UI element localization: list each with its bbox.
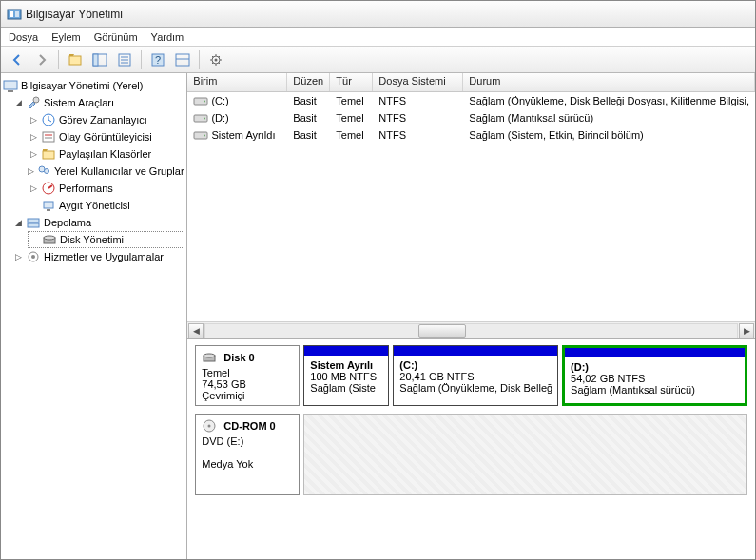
tree-event-viewer[interactable]: ▷Olay Görüntüleyicisi [28,128,184,145]
scroll-right-button[interactable]: ▶ [739,323,754,338]
menu-help[interactable]: Yardım [151,31,184,43]
users-icon [36,164,51,179]
tree-storage-label: Depolama [44,217,91,228]
svg-rect-30 [28,219,39,222]
partition-system-reserved[interactable]: Sistem Ayrılı 100 MB NTFS Sağlam (Siste [303,345,389,406]
view-button[interactable] [172,49,193,70]
partition-size: 100 MB NTFS [310,371,377,382]
expand-icon[interactable]: ▷ [28,131,39,143]
collapse-icon[interactable]: ◢ [12,97,24,108]
expand-icon[interactable]: ▷ [28,183,39,194]
disk-label: Disk 0 [223,352,254,363]
menu-bar: Dosya Eylem Görünüm Yardım [1,28,755,47]
volume-layout: Basit [287,129,330,141]
partition-status: Sağlam (Siste [310,382,375,394]
app-icon [7,7,22,22]
volume-list[interactable]: Birim Düzen Tür Dosya Sistemi Durum (C:)… [187,73,755,339]
partition-header [565,348,745,357]
tree-event-viewer-label: Olay Görüntüleyicisi [59,131,152,143]
expand-icon[interactable]: ▷ [12,251,24,262]
partition-c[interactable]: (C:) 20,41 GB NTFS Sağlam (Önyükleme, Di… [393,345,558,406]
svg-rect-17 [8,90,13,92]
volume-row[interactable]: Sistem Ayrıldı Basit Temel NTFS Sağlam (… [187,126,755,144]
expand-icon[interactable]: ▷ [28,148,39,160]
svg-rect-2 [15,11,19,17]
device-icon [41,198,56,213]
empty-media [303,414,747,495]
tree-disk-management[interactable]: ▷Disk Yönetimi [28,231,184,248]
drive-icon [193,112,208,124]
disk-info[interactable]: CD-ROM 0 DVD (E:) Medya Yok [195,414,300,495]
collapse-icon[interactable]: ◢ [12,217,24,228]
volume-status: Sağlam (Sistem, Etkin, Birincil bölüm) [463,129,755,141]
svg-point-45 [208,425,211,428]
tree-root-label: Bilgisayar Yönetimi (Yerel) [21,80,143,91]
tree-services[interactable]: ▷ Hizmetler ve Uygulamalar [12,248,184,265]
volume-list-header: Birim Düzen Tür Dosya Sistemi Durum [187,73,755,92]
svg-point-41 [204,135,205,137]
disk-status: Medya Yok [202,458,293,470]
tree-device-manager[interactable]: ▷Aygıt Yöneticisi [28,197,184,214]
tree-performance[interactable]: ▷Performans [28,180,184,197]
volume-list-body: (C:) Basit Temel NTFS Sağlam (Önyükleme,… [187,92,755,321]
col-type[interactable]: Tür [330,73,373,91]
up-button[interactable] [65,49,86,70]
main-area: Bilgisayar Yönetimi (Yerel) ◢ Sistem Ara… [1,73,755,560]
scroll-track[interactable] [204,323,738,338]
svg-rect-5 [93,54,98,66]
col-fs[interactable]: Dosya Sistemi [373,73,463,91]
menu-view[interactable]: Görünüm [94,31,138,43]
svg-point-37 [204,101,205,103]
help-button[interactable]: ? [147,49,168,70]
col-status[interactable]: Durum [463,73,755,91]
navigation-tree[interactable]: Bilgisayar Yönetimi (Yerel) ◢ Sistem Ara… [1,73,187,560]
volume-type: Temel [330,112,373,124]
scroll-left-button[interactable]: ◀ [188,323,204,338]
tree-system-tools[interactable]: ◢ Sistem Araçları [12,94,184,111]
menu-file[interactable]: Dosya [9,31,38,43]
horizontal-scrollbar[interactable]: ◀ ▶ [187,321,755,338]
tree-root[interactable]: Bilgisayar Yönetimi (Yerel) [3,77,184,94]
services-icon [26,249,41,264]
menu-action[interactable]: Eylem [51,31,81,43]
scroll-thumb[interactable] [418,324,466,338]
partition-name: Sistem Ayrılı [310,359,373,371]
volume-name: (C:) [211,95,228,106]
svg-rect-12 [176,54,189,66]
disk-row-0[interactable]: Disk 0 Temel 74,53 GB Çevrimiçi Sistem A… [195,345,747,406]
tree-local-users[interactable]: ▷Yerel Kullanıcılar ve Gruplar [28,163,184,180]
disk-row-cdrom[interactable]: CD-ROM 0 DVD (E:) Medya Yok [195,414,747,495]
volume-row[interactable]: (D:) Basit Temel NTFS Sağlam (Mantıksal … [187,109,755,126]
settings-button[interactable] [205,49,226,70]
expand-icon[interactable]: ▷ [28,114,39,126]
show-hide-tree-button[interactable] [89,49,110,70]
volume-row[interactable]: (C:) Basit Temel NTFS Sağlam (Önyükleme,… [187,92,755,109]
tree-device-manager-label: Aygıt Yöneticisi [59,200,130,211]
disk-map: Disk 0 Temel 74,53 GB Çevrimiçi Sistem A… [187,339,755,560]
volume-type: Temel [330,129,373,141]
volume-layout: Basit [287,112,330,124]
tree-shared-folders[interactable]: ▷Paylaşılan Klasörler [28,145,184,163]
disk-info[interactable]: Disk 0 Temel 74,53 GB Çevrimiçi [195,345,300,406]
forward-button[interactable] [31,49,52,70]
volume-fs: NTFS [373,112,463,124]
tree-storage[interactable]: ◢ Depolama [12,214,184,231]
performance-icon [41,181,56,196]
drive-icon [193,95,208,106]
properties-button[interactable] [114,49,135,70]
tree-task-scheduler[interactable]: ▷Görev Zamanlayıcı [28,111,184,128]
expand-icon[interactable]: ▷ [28,165,34,177]
title-bar: Bilgisayar Yönetimi [1,1,755,28]
col-layout[interactable]: Düzen [287,73,330,91]
col-volume[interactable]: Birim [187,73,287,91]
svg-rect-16 [4,81,17,89]
partition-d[interactable]: (D:) 54,02 GB NTFS Sağlam (Mantıksal sür… [562,345,747,406]
partition-name: (D:) [571,361,589,373]
volume-name: (D:) [211,112,228,124]
back-button[interactable] [7,49,28,70]
volume-type: Temel [330,95,373,106]
disk-status: Çevrimiçi [202,390,293,401]
folder-shared-icon [41,146,56,162]
svg-point-15 [215,58,218,61]
storage-icon [26,215,41,230]
